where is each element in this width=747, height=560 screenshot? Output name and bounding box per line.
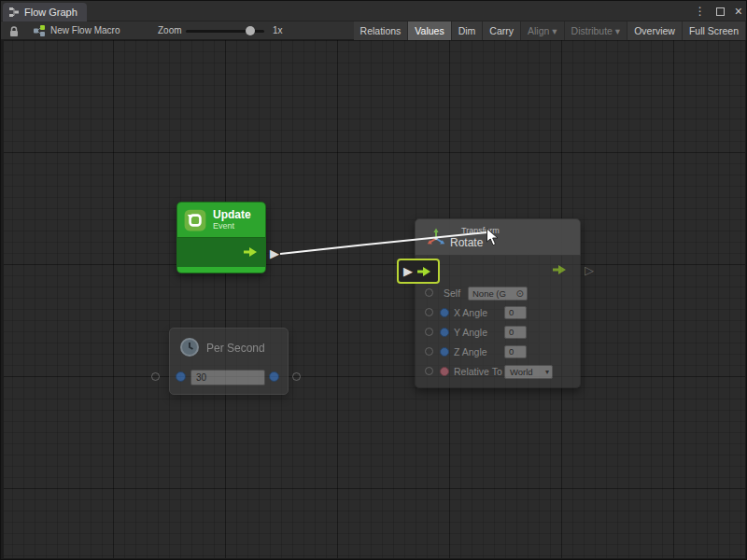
y-angle-input-field[interactable]: 0 [504,326,527,339]
per-second-left-relation-port[interactable] [151,372,160,381]
x-angle-port[interactable] [440,308,449,317]
zoom-slider-thumb[interactable] [246,26,255,35]
tab-title: Flow Graph [24,7,78,18]
node-title: Update [213,209,251,221]
distribute-button[interactable]: Distribute ▾ [565,21,628,40]
window-menu-icon[interactable]: ⋮ [695,1,706,21]
port-label: Y Angle [454,327,487,338]
flow-macro-icon [33,24,46,37]
tab-flow-graph[interactable]: Flow Graph [3,3,87,21]
flow-output-arrow-icon[interactable] [243,246,258,258]
transform-icon [425,227,447,249]
flow-graph-window: Flow Graph ⋮ × New Flow Macro Zoom 1x Re… [0,0,747,560]
node-per-second[interactable]: Per Second 30 [169,328,289,395]
flow-output-arrow-icon[interactable] [552,264,567,275]
port-label: Self [444,287,460,299]
per-second-input-port[interactable] [176,371,186,382]
port-label: Relative To [454,366,502,377]
graph-canvas[interactable]: Update Event ▶ Per Second 30 [1,40,747,560]
port-label: Z Angle [454,346,487,357]
connection-wire [1,40,747,560]
rotate-flow-input-highlight[interactable]: ▶ [397,259,440,284]
y-angle-port[interactable] [440,328,449,337]
port-row-y-angle: Y Angle 0 [416,323,580,343]
close-icon[interactable]: × [735,1,742,21]
object-field-value: None (G [472,288,506,299]
zoom-label: Zoom [158,21,182,40]
update-output-port[interactable]: ▶ [270,247,279,259]
dropdown-value: World [510,367,533,377]
x-angle-relation-port[interactable] [425,308,433,316]
carry-button[interactable]: Carry [483,21,521,40]
per-second-right-relation-port[interactable] [292,372,301,381]
rate-input-field[interactable]: 30 [190,370,265,385]
clock-icon [179,337,200,357]
overview-button[interactable]: Overview [627,21,683,40]
port-label: X Angle [454,307,487,318]
macro-name[interactable]: New Flow Macro [50,21,120,40]
self-object-field[interactable]: ⊙ None (G [468,287,528,301]
window-border-left [1,40,4,560]
update-event-body [177,238,265,267]
object-picker-icon[interactable]: ⊙ [516,287,524,300]
fullscreen-button[interactable]: Full Screen [683,21,746,40]
rotate-input-port[interactable]: ▶ [403,265,413,277]
z-angle-relation-port[interactable] [425,347,433,356]
node-update-event[interactable]: Update Event [176,202,266,273]
rotate-flow-row [416,256,580,284]
rotate-output-port[interactable]: ▷ [585,264,594,276]
port-row-z-angle: Z Angle 0 [416,343,580,362]
zoom-value: 1x [273,21,283,40]
node-title: Per Second [206,342,265,355]
per-second-header: Per Second [170,329,288,366]
update-event-icon [183,208,207,232]
zoom-slider[interactable] [186,30,264,33]
port-row-x-angle: X Angle 0 [416,303,580,323]
graph-toolbar: New Flow Macro Zoom 1x Relations Values … [1,21,747,40]
toolbar-buttons: Relations Values Dim Carry Align ▾ Distr… [354,21,746,40]
flow-graph-icon [8,7,20,18]
y-angle-relation-port[interactable] [425,328,433,336]
maximize-icon[interactable] [716,7,725,16]
port-row-self: Self ⊙ None (G [416,284,580,303]
relations-button[interactable]: Relations [354,21,409,40]
relative-to-dropdown[interactable]: ▾ World [504,365,553,379]
self-relation-port[interactable] [425,288,433,297]
x-angle-input-field[interactable]: 0 [504,306,527,319]
lock-icon[interactable] [8,25,20,38]
values-button[interactable]: Values [408,21,451,40]
port-row-relative-to: Relative To ▾ World [416,362,580,386]
relative-to-relation-port[interactable] [425,367,433,375]
chevron-down-icon: ▾ [545,366,549,378]
mouse-cursor [486,228,499,246]
z-angle-port[interactable] [440,347,449,357]
node-title: Rotate [450,236,483,249]
dim-button[interactable]: Dim [452,21,484,40]
align-button[interactable]: Align ▾ [521,21,565,40]
update-event-footer [177,267,265,273]
window-controls: ⋮ × [695,1,742,21]
per-second-output-port[interactable] [269,371,279,382]
relative-to-port[interactable] [440,367,449,376]
flow-input-arrow-icon [416,266,431,277]
z-angle-input-field[interactable]: 0 [504,345,527,358]
update-event-header: Update Event [177,203,265,238]
title-bar: Flow Graph ⋮ × [1,1,747,21]
node-subtitle: Event [213,221,251,231]
